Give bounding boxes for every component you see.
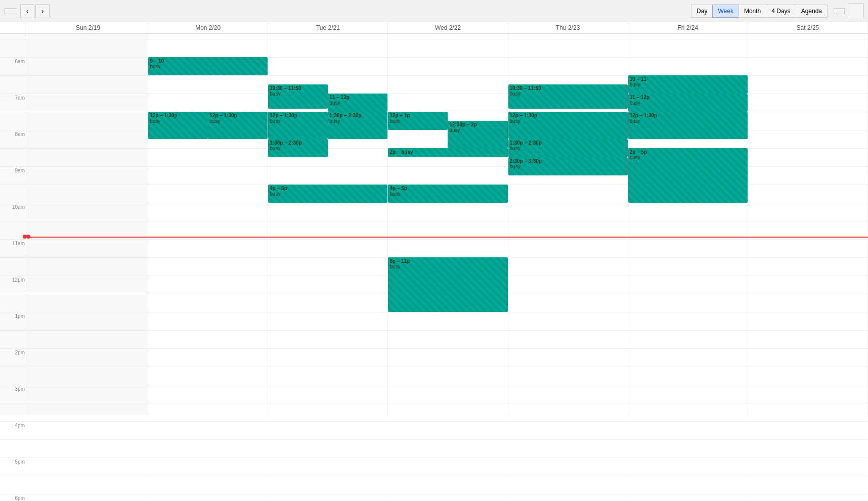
hour-cell xyxy=(148,494,268,501)
time-label-22: 2pm xyxy=(0,348,28,367)
hour-cell xyxy=(628,34,748,39)
prev-button[interactable]: ‹ xyxy=(20,4,34,18)
more-button[interactable] xyxy=(834,8,845,14)
hour-cell xyxy=(748,221,867,239)
event[interactable]: 2p – busy xyxy=(388,148,507,157)
event[interactable]: 12p – 1:30pbusy xyxy=(268,112,328,139)
hour-cell xyxy=(748,148,867,166)
event[interactable]: 10:30 – 11:50busy xyxy=(508,84,628,109)
view-week[interactable]: Week xyxy=(712,5,739,18)
hour-cell xyxy=(388,75,507,94)
hour-cell xyxy=(388,330,507,348)
hour-cell xyxy=(28,239,148,257)
hour-cell xyxy=(508,221,628,239)
view-buttons: Day Week Month 4 Days Agenda xyxy=(691,5,828,18)
hour-cell xyxy=(28,34,148,39)
hour-cell xyxy=(268,294,387,312)
time-label-12: 9am xyxy=(0,166,28,185)
hour-cell xyxy=(748,166,867,185)
event[interactable]: 1:30p – 2:30pbusy xyxy=(268,139,328,157)
hour-cell xyxy=(508,257,628,276)
hour-cell xyxy=(628,330,748,348)
event[interactable]: 11 – 12pbusy xyxy=(328,94,387,112)
timezone-label xyxy=(0,22,28,33)
event[interactable]: 8p – 11pbusy xyxy=(388,257,507,312)
day-col-tue: 10:30 – 11:50busy11 – 12pbusy12p – 1:30p… xyxy=(268,34,388,415)
event[interactable]: 10:30 – 11:50busy xyxy=(268,84,328,109)
event[interactable]: 1:30p – 2:30pbusy xyxy=(328,112,387,139)
event[interactable]: 9 – 10busy xyxy=(148,57,268,75)
hour-cell xyxy=(148,458,268,476)
day-col-wed: 12p – 1pbusy12:30p – 2pbusy2p – busy4p –… xyxy=(388,34,508,415)
hour-cell xyxy=(748,94,867,112)
event[interactable]: 12p – 1pbusy xyxy=(388,112,448,130)
hour-cell xyxy=(628,494,748,501)
event[interactable]: 1:30p – 2:30pbusy xyxy=(508,139,628,157)
hour-cell xyxy=(148,421,268,439)
hour-cell xyxy=(268,257,387,276)
event[interactable]: 12p – 1:30pbusy xyxy=(628,112,748,139)
event[interactable]: 12p – 1:30pbusy xyxy=(208,112,268,139)
hour-cell xyxy=(268,476,387,494)
hour-cell xyxy=(148,75,268,94)
hour-cell xyxy=(28,294,148,312)
hour-cell xyxy=(388,348,507,367)
hour-cell xyxy=(148,276,268,294)
hour-cell xyxy=(148,439,268,458)
hour-cell xyxy=(748,257,867,276)
hour-cell xyxy=(748,476,867,494)
view-month[interactable]: Month xyxy=(739,5,766,18)
event[interactable]: 2p – 5pbusy xyxy=(628,148,748,203)
hour-cell xyxy=(28,39,148,57)
day-header-sat: Sat 2/25 xyxy=(748,22,868,33)
settings-button[interactable] xyxy=(848,3,864,19)
event[interactable]: 12:30p – 2pbusy xyxy=(448,121,507,148)
hour-cell xyxy=(508,39,628,57)
hour-cell xyxy=(748,130,867,148)
hour-cell xyxy=(28,385,148,403)
event[interactable]: 4p – 5pbusy xyxy=(268,185,387,203)
hour-cell xyxy=(148,257,268,276)
hour-cell xyxy=(508,276,628,294)
time-label-8: 7am xyxy=(0,94,28,112)
event[interactable]: 2:30p – 3:30pbusy xyxy=(508,157,628,175)
hour-cell xyxy=(748,39,867,57)
today-button[interactable] xyxy=(4,8,17,14)
time-label-23 xyxy=(0,367,28,385)
hour-cell xyxy=(388,203,507,221)
hour-cell xyxy=(388,385,507,403)
time-label-20: 1pm xyxy=(0,312,28,330)
time-label-29 xyxy=(0,476,28,494)
day-col-thu: 10:30 – 11:50busy12p – 1:30pbusy1:30p – … xyxy=(508,34,628,415)
hour-cell xyxy=(388,367,507,385)
event[interactable]: 12p – 1:30pbusy xyxy=(508,112,628,139)
hour-cell xyxy=(268,439,387,458)
hour-cell xyxy=(148,403,268,421)
hour-cell xyxy=(748,385,867,403)
next-button[interactable]: › xyxy=(35,4,50,18)
hour-cell xyxy=(28,148,148,166)
hour-cell xyxy=(268,276,387,294)
header: ‹ › Day Week Month 4 Days Agenda xyxy=(0,0,868,22)
hour-cell xyxy=(508,494,628,501)
hour-cell xyxy=(508,439,628,458)
hour-cell xyxy=(508,34,628,39)
view-agenda[interactable]: Agenda xyxy=(796,5,828,18)
hour-cell xyxy=(28,367,148,385)
hour-cell xyxy=(148,221,268,239)
hour-cell xyxy=(388,403,507,421)
view-day[interactable]: Day xyxy=(691,5,713,18)
event[interactable]: 10 – 11busy xyxy=(628,75,748,94)
event[interactable]: 11 – 12pbusy xyxy=(628,94,748,112)
hour-cell xyxy=(148,148,268,166)
hour-cell xyxy=(628,403,748,421)
view-4days[interactable]: 4 Days xyxy=(766,5,796,18)
event[interactable]: 12p – 1:30pbusy xyxy=(148,112,208,139)
event[interactable]: 4p – 5pbusy xyxy=(388,185,507,203)
day-header-thu: Thu 2/23 xyxy=(508,22,628,33)
time-label-19 xyxy=(0,294,28,312)
hour-cell xyxy=(28,330,148,348)
hour-cell xyxy=(268,221,387,239)
hour-cell xyxy=(148,239,268,257)
hour-cell xyxy=(148,348,268,367)
